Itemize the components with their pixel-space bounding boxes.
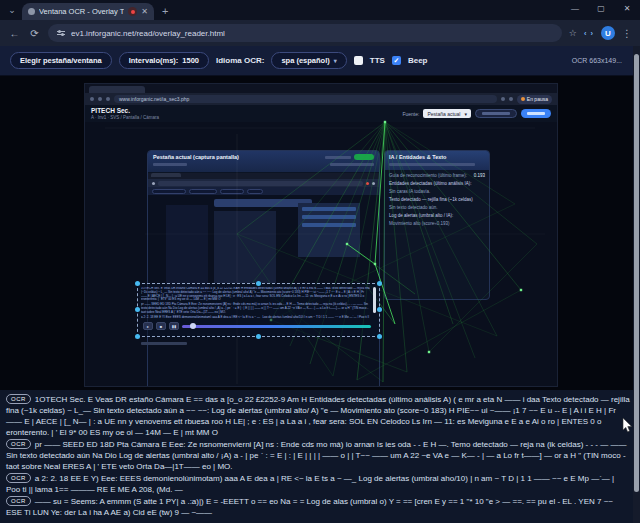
deep-recording-icon xyxy=(366,182,369,185)
browser-menu-icon[interactable]: ⋮ xyxy=(622,28,632,39)
ocr-status-text: OCR 663x149... xyxy=(572,57,630,64)
tts-label: TTS xyxy=(370,56,385,65)
recursive-screenshot xyxy=(148,172,379,386)
captured-tab xyxy=(89,86,145,93)
source-select: Pestaña actual ▾ xyxy=(423,109,471,118)
mini-scrollbar-thumb xyxy=(373,287,376,313)
interval-value[interactable]: 1500 xyxy=(182,56,199,65)
url-text: ev1.inforganic.net/read/overlay_reader.h… xyxy=(71,29,225,38)
browser-tab[interactable]: Ventana OCR - Overlay TTS ✕ xyxy=(22,3,154,20)
selection-handle[interactable] xyxy=(135,307,140,312)
browser-navbar: ← ⟳ ev1.inforganic.net/read/overlay_read… xyxy=(0,20,640,46)
mini-player: ▸ ■ ▮▮ xyxy=(143,321,371,331)
page-scrollbar[interactable] xyxy=(633,46,640,523)
mini-pause-button: ▮▮ xyxy=(169,322,179,330)
interval-field[interactable]: Intervalo(ms): 1500 xyxy=(119,52,209,69)
interval-label: Intervalo(ms): xyxy=(129,56,179,65)
ocr-entry-text: a 2: 2. 18 EE E Y) Eee: EEES demonienolú… xyxy=(6,474,614,494)
tab-title: Ventana OCR - Overlay TTS xyxy=(39,7,124,16)
selection-handle[interactable] xyxy=(377,281,382,286)
window-maximize-button[interactable]: ▢ xyxy=(588,0,614,16)
selection-handle[interactable] xyxy=(256,281,261,286)
selection-handle[interactable] xyxy=(135,281,140,286)
ai-row: Sin texto detectado aún. xyxy=(385,202,489,210)
ocr-selection-region[interactable]: 1OTECH Sec. E Veas DR estaño Cámara E ==… xyxy=(137,283,380,337)
pause-dot-icon xyxy=(521,97,525,101)
tts-checkbox[interactable] xyxy=(354,56,363,65)
beep-checkbox[interactable]: ✓ xyxy=(392,56,401,65)
timestamp-bar xyxy=(330,163,374,166)
capture-panel-header: Pestaña actual (captura pantalla) xyxy=(148,151,379,172)
mini-progress-knob xyxy=(190,323,196,329)
mini-ocr-line: a 2: 2. 18 EE E Y) Eee: EEES demonienolú… xyxy=(141,316,370,318)
ai-row: Guía de reconocimiento (último frame): xyxy=(389,173,467,178)
back-icon[interactable]: ← xyxy=(8,28,21,39)
ocr-language-label: Idioma OCR: xyxy=(216,56,264,65)
captured-forward-icon xyxy=(98,97,102,101)
ai-panel-title: IA / Entidades & Texto xyxy=(389,154,485,160)
selection-handle[interactable] xyxy=(135,334,140,339)
mini-ocr-line: pr —— SEED ED 18D Pta Cámara E Eee: Ze n… xyxy=(141,303,370,314)
tab-favicon-icon xyxy=(28,8,35,15)
captured-breadcrumb: A · Inv1 · SVS / Pantalla / Cámara xyxy=(91,115,159,120)
selection-handle[interactable] xyxy=(377,307,382,312)
ocr-entry-text: pr —— SEED ED 18D Pta Cámara E Eee: Ze n… xyxy=(6,440,626,471)
selection-handle[interactable] xyxy=(377,334,382,339)
captured-search-icon xyxy=(501,97,505,101)
window-close-button[interactable]: ✕ xyxy=(614,0,640,16)
mouse-cursor xyxy=(622,418,634,434)
captured-primary-button xyxy=(521,109,551,118)
deep-right-panel xyxy=(298,203,360,257)
source-chevron-icon: ▾ xyxy=(464,111,467,117)
url-bar[interactable]: ev1.inforganic.net/read/overlay_reader.h… xyxy=(48,24,562,42)
ocr-log-entry: OCRpr —— SEED ED 18D Pta Cámara E Eee: Z… xyxy=(6,439,630,472)
reload-icon[interactable]: ⟳ xyxy=(28,28,41,39)
window-minimize-button[interactable]: — xyxy=(562,0,588,16)
tab-search-chevron-icon[interactable]: ⌄ xyxy=(4,2,20,18)
captured-star-icon xyxy=(509,97,513,101)
scrollbar-thumb[interactable] xyxy=(634,54,639,492)
ocr-badge: OCR xyxy=(6,394,31,404)
ocr-toolbar: Elegir pestaña/ventana Intervalo(ms): 15… xyxy=(0,46,640,76)
capture-preview-area: www.inforganic.net/ia_sec3.php En pausa … xyxy=(0,76,640,390)
selection-mini-ocr-text: 1OTECH Sec. E Veas DR estaño Cámara E ==… xyxy=(141,287,370,318)
captured-site-title: PITECH Sec. xyxy=(91,107,159,114)
site-settings-icon[interactable] xyxy=(57,31,65,35)
ocr-entry-text: 1OTECH Sec. E Veas DR estaño Cámara E ==… xyxy=(6,395,630,437)
ai-row: Movimiento alto (score≈0.193) xyxy=(385,218,489,226)
ai-score-value: 0.193 xyxy=(474,173,485,178)
captured-url-bar: www.inforganic.net/ia_sec3.php xyxy=(114,95,497,103)
captured-reload-icon xyxy=(106,97,110,101)
pick-tab-button[interactable]: Elegir pestaña/ventana xyxy=(10,52,112,69)
new-tab-button[interactable]: + xyxy=(162,5,168,17)
chevron-down-icon: ▾ xyxy=(334,57,337,64)
mini-play-button: ▸ xyxy=(143,322,153,330)
selection-handle[interactable] xyxy=(256,334,261,339)
ocr-badge: OCR xyxy=(6,496,31,506)
ai-panel-header: IA / Entidades & Texto xyxy=(385,151,489,170)
beep-label: Beep xyxy=(408,56,428,65)
capture-panel-title: Pestaña actual (captura pantalla) xyxy=(153,154,239,160)
ocr-badge: OCR xyxy=(6,439,31,449)
interval-meta-bar xyxy=(325,156,351,159)
pause-badge: En pausa xyxy=(517,95,552,104)
ai-panel-subtitle-bar xyxy=(389,163,475,166)
captured-back-icon xyxy=(90,97,94,101)
captured-page-body: Pestaña actual (captura pantalla) xyxy=(85,122,557,386)
captured-navbar: www.inforganic.net/ia_sec3.php En pausa xyxy=(85,93,557,105)
mini-ocr-line: 1OTECH Sec. E Veas DR estaño Cámara E ==… xyxy=(141,287,370,302)
capture-panel-subtitle-bar xyxy=(153,163,187,166)
profile-avatar[interactable]: U xyxy=(601,26,615,40)
captured-tab-strip xyxy=(85,84,557,93)
bookmark-star-icon[interactable]: ☆ xyxy=(569,28,577,38)
live-badge xyxy=(354,154,374,160)
deep-navbar xyxy=(148,179,379,187)
window-controls: — ▢ ✕ xyxy=(562,0,640,16)
deep-left-panel xyxy=(214,211,276,283)
extension-icon[interactable]: ‹ › xyxy=(584,29,594,38)
app-root: { "browser": { "tab_title": "Ventana OCR… xyxy=(0,0,640,523)
ai-row: Sin caras IA todavía. xyxy=(385,186,489,194)
tab-close-icon[interactable]: ✕ xyxy=(141,7,148,16)
recording-indicator-icon xyxy=(128,7,137,16)
ocr-language-select[interactable]: spa (español) ▾ xyxy=(271,52,346,69)
